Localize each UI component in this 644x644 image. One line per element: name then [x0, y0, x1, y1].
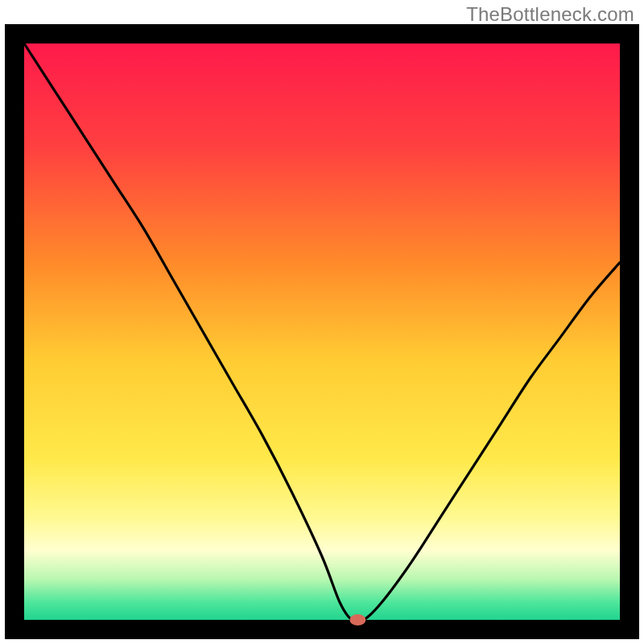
plot-background: [24, 43, 620, 620]
watermark-text: TheBottleneck.com: [466, 3, 634, 26]
chart-root: TheBottleneck.com: [0, 0, 644, 644]
bottleneck-chart: [0, 0, 644, 644]
optimum-marker: [349, 614, 365, 625]
